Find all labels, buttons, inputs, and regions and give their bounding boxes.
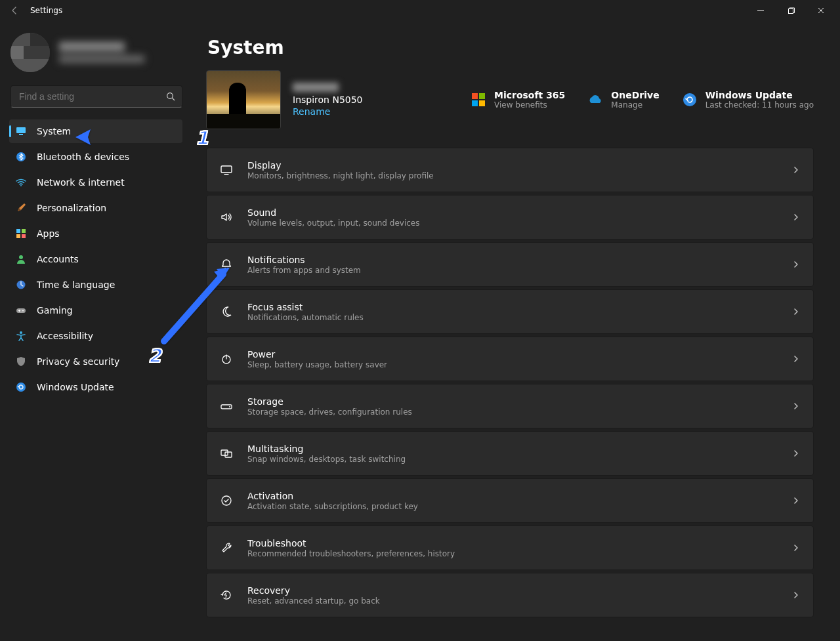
wrench-icon xyxy=(220,541,233,554)
card-storage[interactable]: Storage Storage space, drives, configura… xyxy=(206,384,814,428)
svg-point-1 xyxy=(167,93,173,99)
sidebar-item-label: Accessibility xyxy=(37,331,93,341)
clock-globe-icon xyxy=(16,279,26,290)
accessibility-icon xyxy=(16,331,26,341)
sidebar-item-gaming[interactable]: Gaming xyxy=(9,299,182,322)
svg-rect-8 xyxy=(16,234,20,238)
card-recovery[interactable]: Recovery Reset, advanced startup, go bac… xyxy=(206,573,814,617)
chevron-right-icon xyxy=(792,544,800,552)
sidebar-item-label: Personalization xyxy=(37,203,106,213)
tile-sub: Last checked: 11 hours ago xyxy=(705,100,814,110)
device-model: Inspiron N5050 xyxy=(293,94,363,105)
sidebar-item-apps[interactable]: Apps xyxy=(9,222,182,245)
card-sub: Sleep, battery usage, battery saver xyxy=(247,360,387,369)
card-display[interactable]: Display Monitors, brightness, night ligh… xyxy=(206,148,814,192)
moon-icon xyxy=(220,305,233,318)
card-title: Troubleshoot xyxy=(247,538,455,548)
svg-rect-12 xyxy=(16,308,26,313)
card-multitasking[interactable]: Multitasking Snap windows, desktops, tas… xyxy=(206,431,814,476)
power-icon xyxy=(220,352,233,365)
tile-windows-update[interactable]: Windows Update Last checked: 11 hours ag… xyxy=(682,90,814,110)
window-minimize[interactable] xyxy=(746,0,776,21)
monitor-icon xyxy=(16,126,26,136)
card-title: Display xyxy=(247,160,434,171)
user-block[interactable] xyxy=(0,33,197,79)
search-icon xyxy=(166,92,175,101)
desktop-wallpaper-thumbnail[interactable] xyxy=(206,70,281,129)
sidebar-item-windows-update[interactable]: Windows Update xyxy=(9,375,182,399)
svg-rect-0 xyxy=(788,9,793,13)
svg-rect-17 xyxy=(479,93,485,99)
bluetooth-icon xyxy=(16,152,26,162)
chevron-right-icon xyxy=(792,355,800,363)
svg-point-20 xyxy=(683,93,696,106)
close-icon xyxy=(818,7,824,14)
window-maximize[interactable] xyxy=(776,0,806,21)
card-power[interactable]: Power Sleep, battery usage, battery save… xyxy=(206,337,814,381)
tile-onedrive[interactable]: OneDrive Manage xyxy=(587,90,659,110)
multitask-icon xyxy=(220,447,233,460)
card-title: Sound xyxy=(247,207,419,218)
sidebar-item-label: Time & language xyxy=(37,279,115,290)
search-input[interactable] xyxy=(18,91,166,102)
device-name xyxy=(293,83,339,92)
card-troubleshoot[interactable]: Troubleshoot Recommended troubleshooters… xyxy=(206,526,814,570)
rename-link[interactable]: Rename xyxy=(293,106,363,117)
back-button[interactable] xyxy=(4,0,25,21)
sidebar-item-network[interactable]: Network & internet xyxy=(9,171,182,194)
microsoft-365-icon xyxy=(471,92,486,108)
card-title: Activation xyxy=(247,491,418,501)
card-title: Notifications xyxy=(247,255,361,265)
window-close[interactable] xyxy=(806,0,836,21)
sidebar-item-label: Accounts xyxy=(37,254,79,264)
sidebar-item-bluetooth[interactable]: Bluetooth & devices xyxy=(9,145,182,169)
tile-label: OneDrive xyxy=(611,90,659,100)
card-sub: Volume levels, output, input, sound devi… xyxy=(247,218,419,228)
sidebar-item-accessibility[interactable]: Accessibility xyxy=(9,324,182,348)
sidebar-item-personalization[interactable]: Personalization xyxy=(9,196,182,220)
minimize-icon xyxy=(757,7,764,14)
sidebar-item-time-language[interactable]: Time & language xyxy=(9,273,182,297)
tile-microsoft-365[interactable]: Microsoft 365 View benefits xyxy=(471,90,565,110)
update-icon xyxy=(16,382,26,392)
apps-icon xyxy=(16,228,26,239)
sidebar-item-label: Apps xyxy=(37,228,60,239)
storage-icon xyxy=(220,400,233,413)
svg-rect-3 xyxy=(19,134,23,135)
card-title: Recovery xyxy=(247,585,380,596)
settings-list: Display Monitors, brightness, night ligh… xyxy=(206,148,814,617)
tile-sub: Manage xyxy=(611,100,659,110)
sidebar-item-label: Privacy & security xyxy=(37,356,119,367)
svg-point-24 xyxy=(229,406,230,407)
svg-point-14 xyxy=(20,331,22,334)
svg-point-15 xyxy=(16,383,26,392)
chevron-right-icon xyxy=(792,402,800,410)
card-title: Focus assist xyxy=(247,302,364,312)
update-icon xyxy=(682,92,698,108)
svg-rect-26 xyxy=(225,452,232,457)
card-notifications[interactable]: Notifications Alerts from apps and syste… xyxy=(206,242,814,287)
window-title: Settings xyxy=(30,6,62,15)
sidebar-item-privacy[interactable]: Privacy & security xyxy=(9,350,182,373)
card-sub: Storage space, drives, configuration rul… xyxy=(247,407,412,417)
page-title: System xyxy=(207,37,814,58)
card-sound[interactable]: Sound Volume levels, output, input, soun… xyxy=(206,195,814,239)
wifi-icon xyxy=(16,177,26,188)
svg-rect-9 xyxy=(22,234,26,238)
maximize-icon xyxy=(788,7,795,14)
card-title: Multitasking xyxy=(247,444,406,454)
sidebar: System Bluetooth & devices Network & int… xyxy=(0,21,197,641)
card-focus-assist[interactable]: Focus assist Notifications, automatic ru… xyxy=(206,289,814,334)
sidebar-item-accounts[interactable]: Accounts xyxy=(9,247,182,271)
card-activation[interactable]: Activation Activation state, subscriptio… xyxy=(206,478,814,523)
gamepad-icon xyxy=(16,305,26,316)
chevron-right-icon xyxy=(792,308,800,316)
display-icon xyxy=(220,163,233,176)
chevron-right-icon xyxy=(792,213,800,221)
card-sub: Activation state, subscriptions, product… xyxy=(247,502,418,511)
sidebar-item-label: Network & internet xyxy=(37,177,125,188)
sidebar-item-label: Windows Update xyxy=(37,382,114,392)
sidebar-item-system[interactable]: System xyxy=(9,119,182,143)
card-sub: Reset, advanced startup, go back xyxy=(247,596,380,606)
search-box[interactable] xyxy=(10,85,182,108)
